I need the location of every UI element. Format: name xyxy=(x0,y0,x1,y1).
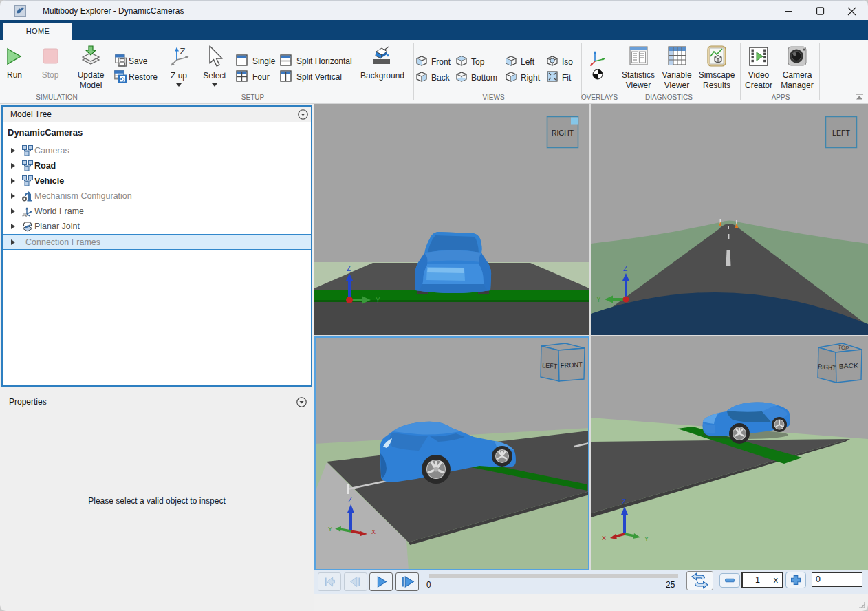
svg-text:BACK: BACK xyxy=(839,361,859,369)
svg-text:Z: Z xyxy=(348,496,352,504)
svg-text:Y: Y xyxy=(596,296,601,303)
svg-text:X: X xyxy=(602,535,606,542)
svg-text:Y: Y xyxy=(644,535,649,542)
svg-text:LEFT: LEFT xyxy=(832,129,850,137)
svg-text:Z: Z xyxy=(347,265,351,272)
svg-text:LEFT: LEFT xyxy=(542,361,558,370)
svg-text:Y: Y xyxy=(328,526,332,533)
svg-text:RIGHT: RIGHT xyxy=(818,363,836,372)
svg-text:Z: Z xyxy=(622,498,626,506)
svg-text:Z: Z xyxy=(623,265,627,272)
svg-text:Z: Z xyxy=(180,46,186,56)
svg-text:X: X xyxy=(371,528,376,535)
svg-text:Y: Y xyxy=(376,297,380,304)
svg-text:FRONT: FRONT xyxy=(561,361,583,369)
svg-text:RIGHT: RIGHT xyxy=(552,129,574,137)
